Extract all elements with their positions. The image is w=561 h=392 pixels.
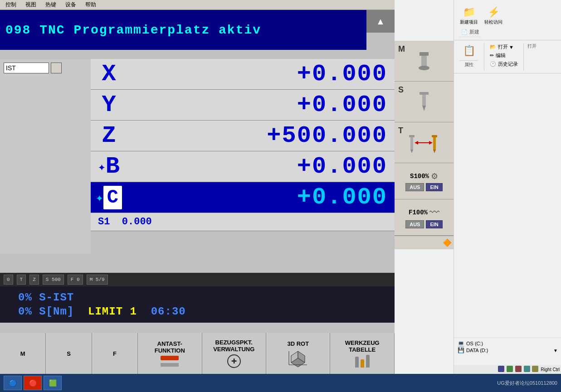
sist-line1: 0% S-IST: [18, 291, 376, 304]
drives-area: 💻 OS (C:) 💾 DATA (D:) ▼: [454, 338, 561, 356]
taskbar-btn-0[interactable]: 🔵: [4, 376, 22, 390]
svg-point-7: [419, 66, 429, 70]
axis-c-value: +0.000: [127, 184, 395, 211]
status-seg-f: F 0: [68, 275, 83, 285]
history-button[interactable]: 🕐 历史记录: [488, 60, 520, 68]
bezugspkt-verwaltung-button[interactable]: BEZUGSPKT. VERWALTUNG ✛: [202, 333, 266, 374]
menu-control[interactable]: 控制: [4, 0, 18, 10]
drive-os[interactable]: 💻 OS (C:): [458, 340, 558, 347]
svg-rect-10: [420, 92, 429, 95]
drill-tool-icon: [410, 91, 438, 113]
open-label: 打开: [527, 43, 537, 49]
f100-ein-button[interactable]: EIN: [426, 220, 442, 228]
f100-control: F100% 〰 AUS EIN: [395, 199, 454, 236]
svg-rect-16: [432, 135, 437, 137]
svg-marker-15: [433, 150, 436, 153]
tool-s-area: S: [395, 82, 454, 122]
properties-button[interactable]: 📋: [458, 43, 480, 59]
drive-dropdown-icon[interactable]: ▼: [553, 348, 558, 353]
f100-label: F100%: [409, 209, 428, 216]
axis-z-label: Z: [91, 122, 127, 149]
f-button[interactable]: F: [92, 333, 138, 374]
open-group: 📂 打开▼ ✏ 编辑 🕐 历史记录: [488, 43, 520, 68]
right-ctrl-label: Right Ctrl: [541, 367, 560, 372]
left-display-panel: [0, 59, 91, 254]
svg-marker-9: [422, 106, 426, 111]
axis-y-value: +0.000: [127, 92, 395, 118]
ribbon-divider: [484, 43, 484, 70]
menu-view[interactable]: 视图: [24, 0, 38, 10]
edit-button[interactable]: ✏ 编辑: [488, 52, 520, 59]
svg-marker-20: [429, 141, 433, 145]
ist-input-row: [0, 59, 91, 77]
coord-row-x: X +0.000: [91, 59, 395, 90]
edit-icon: ✏: [490, 53, 494, 58]
menu-help[interactable]: 帮助: [83, 0, 98, 10]
coord-row-b: ✦B +0.000: [91, 151, 395, 182]
tool-s-label: S: [398, 85, 404, 95]
easy-access-button[interactable]: ⚡ 轻松访问: [482, 5, 505, 27]
axis-b-value: +0.000: [127, 153, 395, 180]
tool-t-area: T: [395, 122, 454, 163]
bottom-buttons: M S F ANTAST- FUNKTION BEZUGSPKT. VERWAL…: [0, 333, 395, 374]
f100-aus-button[interactable]: AUS: [405, 220, 424, 228]
s1-value: 0.000: [122, 216, 152, 227]
right-panel: M S T: [395, 0, 561, 392]
open-icon: 📂: [490, 44, 496, 50]
coord-row-y: Y +0.000: [91, 90, 395, 121]
open-button[interactable]: 📂 打开▼: [488, 43, 520, 51]
svg-rect-5: [420, 52, 429, 56]
up-arrow-button[interactable]: ▲: [366, 10, 395, 33]
s1-label: S1: [98, 216, 110, 227]
tool-t-button[interactable]: [395, 122, 454, 163]
coord-row-c: ✦C +0.000: [91, 182, 395, 213]
new-project-icon: 📁: [463, 6, 475, 18]
taskbar-btn-1[interactable]: 🔴: [24, 376, 42, 390]
status-seg-s: S 500: [43, 275, 64, 285]
svg-marker-19: [415, 141, 418, 145]
new-icon: 📄: [461, 29, 468, 35]
status-seg-0: 0: [4, 275, 13, 285]
s-button[interactable]: S: [46, 333, 92, 374]
ribbon-properties-open: 📋 属性 📂 打开▼ ✏ 编辑 🕐 历史记录: [454, 40, 561, 73]
tool-t-label: T: [398, 126, 403, 136]
ist-toggle-button[interactable]: [51, 63, 62, 73]
taskbar-icon-1: 🔴: [29, 379, 37, 387]
ribbon-new-create: 📄 新建: [459, 28, 557, 37]
werkzeug-tabelle-button[interactable]: WERKZEUG TABELLE: [330, 333, 394, 374]
properties-icon: 📋: [463, 45, 475, 57]
windows-ribbon-area: 📁 新建项目 ⚡ 轻松访问 📄 新建: [454, 0, 561, 392]
ist-input[interactable]: [4, 63, 49, 73]
axis-x-label: X: [91, 61, 127, 87]
m-button[interactable]: M: [0, 333, 46, 374]
s100-ein-button[interactable]: EIN: [426, 183, 442, 191]
data-drive-icon: 💾: [458, 347, 464, 353]
easy-access-icon: ⚡: [488, 6, 500, 18]
s100-label: S100%: [410, 173, 429, 180]
tool-m-label: M: [398, 44, 405, 54]
mill-tool-icon: [410, 50, 438, 73]
menu-device[interactable]: 设备: [63, 0, 78, 10]
svg-marker-12: [410, 150, 413, 153]
s1-row: S1 0.000: [91, 213, 395, 231]
menu-hotkey[interactable]: 热键: [44, 0, 58, 10]
svg-rect-13: [409, 135, 415, 137]
taskbar-btn-2[interactable]: 🟩: [44, 376, 62, 390]
properties-label: 属性: [464, 62, 473, 68]
axis-z-value: +500.000: [127, 122, 395, 149]
tool-compare-icon: [408, 131, 440, 154]
axis-y-label: Y: [91, 92, 127, 118]
antast-funktion-button[interactable]: ANTAST- FUNKTION: [138, 333, 202, 374]
new-sub-button[interactable]: 📄 新建: [459, 28, 481, 36]
s100-aus-button[interactable]: AUS: [405, 183, 424, 191]
new-sub-group: 📄 新建: [459, 28, 481, 37]
tool-m-area: M: [395, 41, 454, 82]
status-seg-t: T: [17, 275, 26, 285]
taskbar-icon-0: 🔵: [9, 379, 17, 387]
new-project-button[interactable]: 📁 新建项目: [458, 5, 480, 27]
f100-wave-icon: 〰: [429, 207, 439, 218]
s100-gear-icon: ⚙: [431, 171, 438, 181]
axis-b-label: ✦B: [91, 153, 127, 180]
3drot-button[interactable]: 3D ROT: [266, 333, 330, 374]
drive-data[interactable]: 💾 DATA (D:) ▼: [458, 347, 558, 353]
